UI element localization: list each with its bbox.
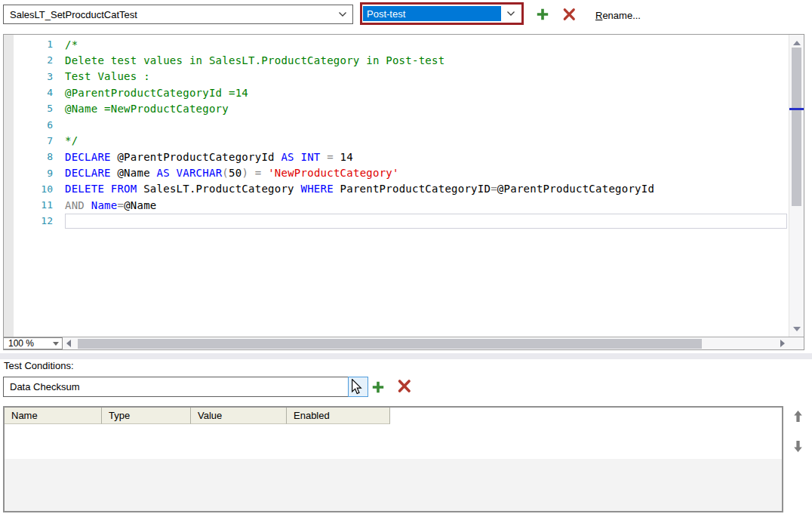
caret-position-marker (789, 108, 804, 110)
scroll-left-button[interactable] (63, 337, 75, 349)
code-line[interactable]: 8DECLARE @ParentProductCategoryId AS INT… (14, 149, 804, 165)
delete-test-button[interactable] (561, 8, 577, 23)
code-text[interactable]: Delete test values in SalesLT.ProductCat… (65, 53, 787, 68)
code-text[interactable]: AND Name=@Name (65, 198, 787, 213)
scroll-up-button[interactable] (789, 35, 804, 48)
panel-splitter[interactable] (0, 353, 812, 359)
line-number: 5 (14, 103, 53, 114)
vertical-scroll-thumb[interactable] (792, 48, 801, 206)
line-number: 2 (14, 54, 53, 66)
code-line[interactable]: 9DECLARE @Name AS VARCHAR(50) = 'NewProd… (14, 165, 804, 180)
zoom-level-value: 100 % (8, 338, 34, 349)
code-text[interactable]: /* (65, 37, 787, 52)
line-number: 12 (14, 215, 53, 226)
line-number: 4 (14, 87, 53, 98)
grid-column-header[interactable]: Type (102, 408, 191, 424)
line-number: 10 (14, 183, 53, 195)
triangle-left-icon (66, 338, 71, 349)
code-text[interactable] (65, 117, 787, 132)
red-x-icon (397, 379, 411, 395)
code-text[interactable]: DELETE FROM SalesLT.ProductCategory WHER… (65, 181, 787, 196)
code-text[interactable]: @Name =NewProductCategory (65, 101, 787, 116)
code-line[interactable]: 2Delete test values in SalesLT.ProductCa… (14, 52, 804, 68)
scroll-right-button[interactable] (777, 337, 789, 349)
mouse-cursor-icon (351, 379, 362, 398)
move-down-button[interactable] (790, 440, 805, 455)
code-line[interactable]: 5@Name =NewProductCategory (14, 100, 804, 116)
horizontal-scroll-thumb[interactable] (78, 339, 702, 349)
chevron-down-icon (53, 342, 59, 346)
code-line[interactable]: 10DELETE FROM SalesLT.ProductCategory WH… (14, 181, 804, 197)
line-number: 9 (14, 168, 53, 179)
test-name-combo[interactable]: SalesLT_SetProcductCatTest (3, 5, 353, 24)
plus-icon (536, 8, 549, 23)
grid-column-header[interactable]: Value (191, 408, 287, 424)
condition-type-combo[interactable]: Data Checksum (3, 377, 368, 397)
move-up-button[interactable] (790, 410, 805, 425)
zoom-level-combo[interactable]: 100 % (4, 337, 63, 349)
code-text[interactable]: DECLARE @Name AS VARCHAR(50) = 'NewProdu… (65, 165, 787, 180)
code-text[interactable]: Test Values : (65, 69, 787, 84)
grid-background (5, 459, 782, 511)
code-lines[interactable]: 1/*2Delete test values in SalesLT.Produc… (14, 35, 804, 337)
test-conditions-label: Test Conditions: (4, 360, 74, 371)
delete-condition-button[interactable] (396, 380, 411, 395)
grid-rows-area[interactable] (5, 424, 782, 459)
triangle-up-icon (793, 36, 801, 48)
grid-column-header[interactable]: Enabled (287, 408, 390, 424)
code-text[interactable]: @ParentProductCategoryId =14 (65, 85, 787, 100)
code-line[interactable]: 11AND Name=@Name (14, 197, 804, 213)
code-line[interactable]: 7*/ (14, 133, 804, 149)
conditions-grid[interactable]: NameTypeValueEnabled (3, 406, 783, 512)
condition-type-value: Data Checksum (4, 381, 368, 392)
horizontal-scrollbar[interactable] (75, 337, 777, 349)
plus-icon (371, 380, 385, 396)
editor-content[interactable]: 1/*2Delete test values in SalesLT.Produc… (4, 35, 804, 337)
code-line[interactable]: 3Test Values : (14, 69, 804, 85)
triangle-down-icon (793, 322, 801, 334)
code-text[interactable]: DECLARE @ParentProductCategoryId AS INT … (65, 149, 787, 165)
line-number: 3 (14, 71, 53, 82)
chevron-down-icon (501, 11, 521, 17)
arrow-down-icon (793, 440, 803, 455)
line-number: 6 (14, 119, 53, 131)
code-line[interactable]: 4@ParentProductCategoryId =14 (14, 85, 804, 100)
line-number: 11 (14, 199, 53, 211)
grid-column-header[interactable]: Name (5, 408, 102, 424)
red-x-icon (562, 8, 576, 23)
code-line[interactable]: 6 (14, 116, 804, 132)
code-line[interactable]: 1/* (14, 36, 804, 52)
test-phase-value: Post-test (363, 6, 501, 21)
code-text[interactable] (65, 214, 787, 229)
add-condition-button[interactable] (371, 380, 386, 395)
vertical-scrollbar[interactable] (789, 35, 804, 337)
code-line[interactable]: 12 (14, 213, 804, 229)
arrow-up-icon (793, 410, 803, 425)
combo-dropdown-button[interactable] (348, 377, 368, 397)
scrollbar-corner (789, 337, 804, 349)
chevron-down-icon (333, 11, 352, 17)
editor-indicator-margin (4, 35, 14, 337)
grid-header-row: NameTypeValueEnabled (5, 408, 782, 424)
scroll-down-button[interactable] (789, 322, 804, 334)
line-number: 1 (14, 38, 53, 50)
editor-status-bar: 100 % (4, 337, 804, 349)
test-phase-combo[interactable]: Post-test (360, 2, 524, 25)
test-name-value: SalesLT_SetProcductCatTest (4, 9, 333, 20)
code-text[interactable]: */ (65, 133, 787, 148)
rename-button[interactable]: Rename... (595, 10, 641, 21)
line-number: 8 (14, 151, 53, 162)
line-number: 7 (14, 135, 53, 146)
add-test-button[interactable] (535, 8, 550, 23)
triangle-right-icon (780, 338, 785, 349)
sql-editor[interactable]: 1/*2Delete test values in SalesLT.Produc… (3, 34, 804, 350)
